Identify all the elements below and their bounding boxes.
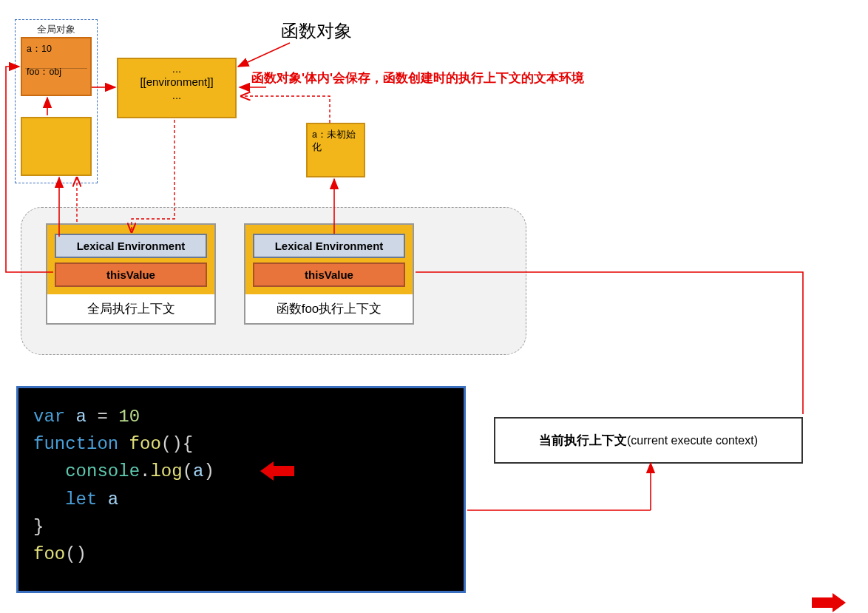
code-eq: =: [97, 407, 118, 427]
global-lex-env: Lexical Environment: [55, 234, 207, 258]
code-id-a: a: [65, 407, 97, 427]
environment-box: ... [[environment]] ...: [117, 58, 237, 118]
code-par-open: (){: [161, 434, 193, 454]
code-console: console: [65, 461, 140, 481]
code-log: log: [150, 461, 182, 481]
title-function-object: 函数对象: [281, 19, 352, 43]
code-dot: .: [140, 461, 150, 481]
code-num-10: 10: [118, 407, 140, 427]
cursor-arrow-icon: [260, 463, 294, 479]
current-exec-ctx-box: 当前执行上下文(current execute context): [494, 417, 803, 464]
code-let-a: a: [97, 490, 118, 509]
current-ctx-en: (current execute context): [627, 434, 758, 447]
code-popen: (: [183, 461, 193, 481]
global-env-record: [21, 117, 92, 176]
global-object-label: 全局对象: [16, 23, 97, 36]
code-block: var a = 10 function foo(){ console.log(a…: [16, 386, 466, 593]
code-indent1: [33, 461, 65, 481]
annotation-red: 函数对象'体内'会保存，函数创建时的执行上下文的文本环境: [251, 70, 584, 87]
global-ctx-label: 全局执行上下文: [47, 294, 214, 323]
exec-ctx-foo: Lexical Environment thisValue 函数foo执行上下文: [244, 223, 414, 325]
foo-this-value: thisValue: [253, 263, 405, 287]
env-bot: ...: [123, 89, 231, 102]
exec-ctx-global: Lexical Environment thisValue 全局执行上下文: [46, 223, 216, 325]
global-props-box: a：10 foo：obj: [21, 37, 92, 96]
code-kw-var: var: [33, 407, 65, 427]
foo-ctx-label: 函数foo执行上下文: [245, 294, 413, 323]
prop-a: a：10: [27, 43, 86, 55]
current-ctx-zh: 当前执行上下文: [539, 433, 627, 447]
code-kw-let: let: [65, 490, 97, 509]
foo-lex-env: Lexical Environment: [253, 234, 405, 258]
code-arg-a: a: [193, 461, 203, 481]
code-indent2: [33, 490, 65, 509]
code-kw-function: function: [33, 434, 118, 454]
code-call-foo: foo: [33, 544, 65, 564]
env-top: ...: [123, 62, 231, 75]
code-fn-foo: foo: [118, 434, 161, 454]
code-brace-close: }: [33, 517, 44, 537]
next-arrow-icon: [812, 595, 846, 611]
scope-a-box: a：未初始 化: [306, 123, 365, 177]
global-this-value: thisValue: [55, 263, 207, 287]
code-pclose: ): [203, 461, 214, 481]
env-mid: [[environment]]: [123, 75, 231, 89]
code-call-parens: (): [65, 544, 87, 564]
